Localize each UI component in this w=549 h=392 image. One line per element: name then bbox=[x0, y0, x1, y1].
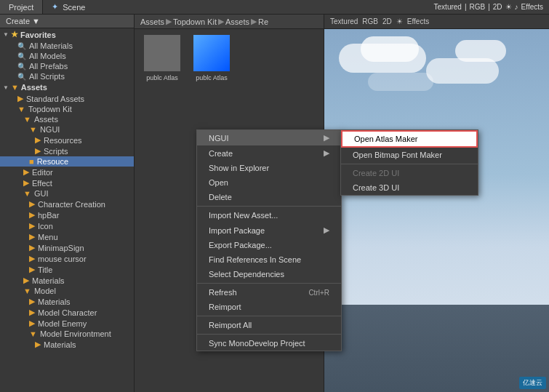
tree-label-icon: Icon bbox=[38, 222, 53, 231]
textured-btn[interactable]: Textured bbox=[330, 17, 358, 25]
watermark-label: 亿速云 bbox=[523, 379, 542, 386]
twod-label: 2D bbox=[493, 3, 502, 11]
breadcrumb-arrow2: ▶ bbox=[218, 17, 224, 26]
rgb-btn[interactable]: RGB bbox=[362, 17, 378, 25]
folder-icon-mchar: ▶ bbox=[29, 308, 35, 317]
search-icon-3: 🔍 bbox=[17, 63, 26, 71]
sun-btn[interactable]: ☀ bbox=[396, 17, 403, 25]
tree-label-menemy: Model Enemy bbox=[38, 319, 87, 328]
folder-icon-cc: ▶ bbox=[29, 199, 35, 209]
main-area: Create ▼ ▼ ★ Favorites 🔍 All Materials 🔍… bbox=[0, 15, 549, 392]
tree-standard-assets[interactable]: ▶ Standard Assets bbox=[0, 93, 134, 104]
scene-tab[interactable]: ✦ Scene bbox=[43, 0, 94, 14]
watermark: 亿速云 bbox=[519, 377, 546, 389]
assets-folder-icon: ▼ bbox=[11, 83, 19, 92]
tree-effect[interactable]: ▶ Effect bbox=[0, 177, 134, 188]
folder-icon-mat: ▶ bbox=[23, 276, 29, 285]
tree-menv-mat[interactable]: ▶ Materials bbox=[0, 339, 134, 350]
tree-topdown-kit[interactable]: ▼ Topdown Kit bbox=[0, 104, 134, 114]
scene-panel: Textured RGB 2D ☀ Effects bbox=[324, 15, 549, 392]
asset-item-2[interactable]: publc Atlas bbox=[190, 35, 233, 386]
scene-tools: Textured | RGB | 2D ☀ ♪ Effects bbox=[434, 3, 549, 11]
tree-materials[interactable]: ▶ Materials bbox=[0, 275, 134, 286]
ground bbox=[324, 305, 549, 392]
asset-label-1: publc Atlas bbox=[146, 74, 178, 81]
fav-label-4: All Scripts bbox=[29, 72, 65, 81]
tree-model-enemy[interactable]: ▶ Model Enemy bbox=[0, 318, 134, 329]
fav-all-models[interactable]: 🔍 All Models bbox=[0, 51, 134, 61]
scene-bg bbox=[324, 29, 549, 392]
favorites-header: ▼ ★ Favorites bbox=[0, 28, 134, 41]
fav-label-3: All Prefabs bbox=[29, 62, 68, 71]
fav-label-1: All Materials bbox=[29, 41, 73, 50]
tree-minimapsign[interactable]: ▶ MinimapSign bbox=[0, 242, 134, 253]
tree-model[interactable]: ▼ Model bbox=[0, 286, 134, 296]
twod-btn[interactable]: 2D bbox=[382, 17, 392, 25]
folder-icon-hp: ▶ bbox=[29, 210, 35, 220]
folder-icon-gui: ▼ bbox=[23, 189, 31, 198]
rgb-label: RGB bbox=[470, 3, 486, 11]
tree-label-mm: MinimapSign bbox=[38, 244, 84, 252]
tree-label-gui: GUI bbox=[34, 189, 49, 198]
folder-icon-editor: ▶ bbox=[23, 167, 29, 177]
sep1: | bbox=[465, 3, 467, 11]
fav-all-scripts[interactable]: 🔍 All Scripts bbox=[0, 71, 134, 81]
assets-label: Assets bbox=[21, 83, 47, 92]
tree-label-sa: Standard Assets bbox=[26, 95, 84, 103]
tree-menu[interactable]: ▶ Menu bbox=[0, 231, 134, 242]
tree-resources[interactable]: ▶ Resources bbox=[0, 135, 134, 145]
tree-icon[interactable]: ▶ Icon bbox=[0, 220, 134, 231]
favorites-star: ★ bbox=[11, 30, 18, 39]
top-bar: Project ✦ Scene Textured | RGB | 2D ☀ ♪ … bbox=[0, 0, 549, 15]
breadcrumb-assets2: Assets bbox=[225, 17, 249, 26]
tree-label-mat: Materials bbox=[32, 276, 65, 285]
fav-all-prefabs[interactable]: 🔍 All Prefabs bbox=[0, 61, 134, 71]
tree-label-menvmat: Materials bbox=[44, 340, 76, 349]
textured-label: Textured bbox=[434, 3, 462, 11]
tree-label-mmat: Materials bbox=[38, 297, 71, 306]
breadcrumb-assets: Assets bbox=[140, 17, 164, 26]
breadcrumb-topdown: Topdown Kit bbox=[173, 17, 217, 26]
cloud-5 bbox=[368, 73, 433, 91]
tree-label-scripts: Scripts bbox=[44, 147, 68, 156]
tree-char-creation[interactable]: ▶ Character Creation bbox=[0, 199, 134, 209]
folder-icon-ngui: ▼ bbox=[29, 125, 37, 134]
effects-btn[interactable]: Effects bbox=[407, 17, 429, 25]
tree-mousecursor[interactable]: ▶ mouse cursor bbox=[0, 253, 134, 264]
tree-model-env[interactable]: ▼ Model Environtment bbox=[0, 329, 134, 339]
tree-label-mchar: Model Character bbox=[38, 308, 97, 317]
tree-model-char[interactable]: ▶ Model Character bbox=[0, 307, 134, 318]
tree-label-editor: Editor bbox=[32, 168, 53, 177]
asset-item-1[interactable]: publc Atlas bbox=[140, 35, 184, 386]
tree-title[interactable]: ▶ Title bbox=[0, 264, 134, 275]
create-label: Create ▼ bbox=[6, 17, 40, 25]
tree-assets[interactable]: ▼ Assets bbox=[0, 114, 134, 124]
scene-label: Scene bbox=[63, 3, 85, 12]
tree-label-tk: Topdown Kit bbox=[28, 105, 72, 113]
folder-icon-title: ▶ bbox=[29, 265, 35, 274]
tree-scripts[interactable]: ▶ Scripts bbox=[0, 145, 134, 156]
tree-label-effect: Effect bbox=[32, 179, 52, 188]
tree-editor[interactable]: ▶ Editor bbox=[0, 167, 134, 177]
tree-label-title: Title bbox=[38, 265, 52, 274]
tree-label-mc: mouse cursor bbox=[38, 255, 87, 263]
tree-resouce[interactable]: ■ Resouce bbox=[0, 156, 134, 167]
tree-ngui[interactable]: ▼ NGUI bbox=[0, 124, 134, 135]
folder-icon-resouce: ■ bbox=[29, 157, 34, 166]
folder-icon-mm: ▶ bbox=[29, 243, 35, 252]
cloud-2 bbox=[361, 36, 419, 62]
tree-model-mat[interactable]: ▶ Materials bbox=[0, 296, 134, 307]
tree-label-a: Assets bbox=[34, 115, 58, 124]
tree-hpbar[interactable]: ▶ hpBar bbox=[0, 209, 134, 220]
tree-gui[interactable]: ▼ GUI bbox=[0, 188, 134, 199]
search-icon-2: 🔍 bbox=[17, 52, 26, 60]
cloud-3 bbox=[426, 58, 499, 84]
create-bar[interactable]: Create ▼ bbox=[0, 15, 134, 28]
favorites-label: Favorites bbox=[20, 31, 56, 39]
tree-label-menu: Menu bbox=[38, 233, 58, 241]
project-tab[interactable]: Project bbox=[0, 0, 43, 14]
search-icon-1: 🔍 bbox=[17, 42, 26, 50]
tree-label-hp: hpBar bbox=[38, 211, 59, 220]
effects-label: Effects bbox=[521, 3, 543, 11]
fav-all-materials[interactable]: 🔍 All Materials bbox=[0, 41, 134, 51]
